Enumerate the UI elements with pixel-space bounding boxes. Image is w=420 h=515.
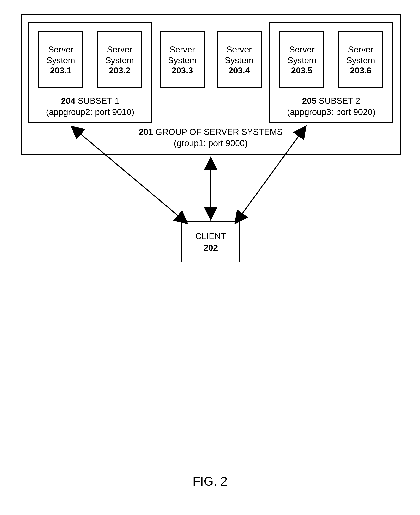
server-label: System <box>46 55 75 66</box>
group-title: 201 GROUP OF SERVER SYSTEMS <box>21 126 401 138</box>
subset1-subtitle: (appgroup2: port 9010) <box>30 106 151 118</box>
client-title: CLIENT <box>195 230 226 242</box>
server-ref: 203.2 <box>109 66 130 75</box>
client-ref: 202 <box>203 242 218 253</box>
server-label: Server <box>289 44 315 55</box>
server-ref: 203.3 <box>172 66 193 75</box>
group-caption: 201 GROUP OF SERVER SYSTEMS (group1: por… <box>21 126 401 149</box>
subset2-title-rest: SUBSET 2 <box>316 96 360 106</box>
group-subtitle: (group1: port 9000) <box>21 138 401 149</box>
subset1-ref: 204 <box>61 96 75 106</box>
server-label: Server <box>107 44 132 55</box>
server-label: System <box>105 55 134 66</box>
server-system-1: Server System 203.1 <box>38 31 83 88</box>
server-system-2: Server System 203.2 <box>97 31 142 88</box>
group-ref: 201 <box>139 127 153 137</box>
server-label: System <box>287 55 316 66</box>
subset2-subtitle: (appgroup3: port 9020) <box>270 106 392 118</box>
server-label: System <box>168 55 197 66</box>
server-ref: 203.4 <box>228 66 250 75</box>
client-box: CLIENT 202 <box>181 221 240 263</box>
subset2-title: 205 SUBSET 2 <box>270 95 392 106</box>
subset1-title-rest: SUBSET 1 <box>75 96 119 106</box>
server-system-5: Server System 203.5 <box>279 31 324 88</box>
server-label: Server <box>170 44 195 55</box>
server-ref: 203.6 <box>350 66 371 75</box>
subset2-ref: 205 <box>302 96 316 106</box>
subset1-title: 204 SUBSET 1 <box>30 95 151 106</box>
server-ref: 203.5 <box>291 66 313 75</box>
server-label: Server <box>48 44 74 55</box>
server-system-6: Server System 203.6 <box>338 31 383 88</box>
server-label: Server <box>226 44 252 55</box>
group-title-rest: GROUP OF SERVER SYSTEMS <box>153 127 283 137</box>
diagram-canvas: 204 SUBSET 1 (appgroup2: port 9010) 205 … <box>0 0 420 515</box>
server-label: System <box>225 55 254 66</box>
server-label: System <box>346 55 375 66</box>
server-system-4: Server System 203.4 <box>217 31 262 88</box>
server-ref: 203.1 <box>50 66 72 75</box>
server-system-3: Server System 203.3 <box>160 31 205 88</box>
figure-label: FIG. 2 <box>0 474 420 489</box>
server-label: Server <box>348 44 373 55</box>
